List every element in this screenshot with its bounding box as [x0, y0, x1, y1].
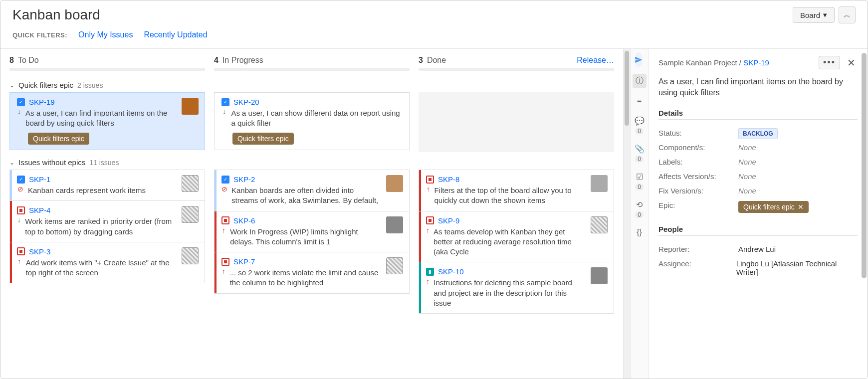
- scrollbar-thumb[interactable]: [862, 53, 867, 278]
- filter-recently-updated[interactable]: Recently Updated: [144, 30, 207, 39]
- filter-only-my-issues[interactable]: Only My Issues: [78, 30, 133, 39]
- issue-card[interactable]: SKP-6↑Work In Progress (WIP) limits high…: [214, 211, 410, 253]
- priority-icon: ↑: [426, 278, 430, 285]
- components-value[interactable]: None: [738, 143, 756, 152]
- collapse-panel-button[interactable]: ︽: [839, 6, 856, 23]
- worklog-count-badge: 0: [635, 211, 644, 218]
- more-actions-button[interactable]: •••: [819, 56, 840, 69]
- swimlane-header[interactable]: ⌄Issues without epics11 issues: [9, 155, 614, 170]
- dev-tab-icon[interactable]: {}: [635, 227, 645, 237]
- task-icon: ✓: [221, 176, 229, 184]
- priority-icon: ↓: [221, 108, 227, 115]
- column-name: To Do: [18, 56, 39, 65]
- assignee-avatar[interactable]: [591, 216, 608, 233]
- issue-card[interactable]: SKP-8↑Filters at the top of the board al…: [419, 170, 614, 211]
- remove-epic-icon[interactable]: ✕: [798, 203, 804, 211]
- issue-key-link[interactable]: SKP-19: [743, 58, 769, 67]
- worklog-tab-icon[interactable]: ⟲: [635, 199, 645, 209]
- priority-icon: ↑: [426, 227, 430, 234]
- issue-summary: ... so 2 work items violate the limit an…: [230, 268, 381, 288]
- issue-card[interactable]: ▮SKP-10↑Instructions for deleting this s…: [419, 262, 614, 314]
- issue-key[interactable]: SKP-4: [29, 206, 50, 214]
- attachments-tab-icon[interactable]: 📎: [635, 144, 645, 154]
- detail-scrollbar[interactable]: [862, 53, 867, 375]
- fix-version-value[interactable]: None: [738, 187, 756, 195]
- issue-card[interactable]: SKP-9↑As teams develop with Kanban they …: [419, 211, 614, 263]
- column-bar: [214, 68, 410, 71]
- issue-key[interactable]: SKP-20: [233, 98, 259, 106]
- issue-key[interactable]: SKP-10: [438, 267, 464, 276]
- details-tab-icon[interactable]: ⓘ: [633, 74, 647, 88]
- issue-key[interactable]: SKP-6: [233, 216, 255, 225]
- issue-card[interactable]: ✓SKP-2⊘Kanban boards are often divided i…: [214, 170, 410, 211]
- issue-summary: Kanban cards represent work items: [28, 186, 146, 195]
- assignee-avatar[interactable]: [386, 257, 403, 274]
- release-link[interactable]: Release…: [577, 56, 614, 65]
- issue-key[interactable]: SKP-3: [29, 247, 50, 256]
- subtasks-tab-icon[interactable]: ☑: [635, 172, 645, 182]
- details-section-title: Details: [658, 109, 858, 120]
- column-name: In Progress: [222, 56, 263, 65]
- column-header-todo[interactable]: 8 To Do: [9, 56, 205, 65]
- close-panel-button[interactable]: ✕: [845, 57, 858, 69]
- board-scrollbar[interactable]: [623, 49, 630, 379]
- issue-key[interactable]: SKP-7: [233, 257, 255, 266]
- issue-card[interactable]: ✓SKP-19↓As a user, I can find important …: [9, 92, 205, 150]
- chevron-down-icon: ⌄: [9, 159, 14, 166]
- assignee-value[interactable]: Lingbo Lu [Atlassian Technical Writer]: [736, 259, 858, 276]
- column-header-in-progress[interactable]: 4 In Progress: [214, 56, 410, 65]
- comments-tab-icon[interactable]: 💬: [635, 116, 645, 126]
- issue-card[interactable]: ✓SKP-1⊘Kanban cards represent work items: [9, 170, 205, 201]
- empty-drop-zone[interactable]: [419, 92, 614, 152]
- issue-key[interactable]: SKP-19: [29, 98, 55, 106]
- swimlane-count: 11 issues: [89, 159, 119, 167]
- issue-card[interactable]: ✓SKP-20↓As a user, I can show different …: [214, 92, 410, 150]
- quick-filters-label: QUICK FILTERS:: [12, 31, 67, 39]
- reporter-value[interactable]: Andrew Lui: [738, 245, 776, 253]
- labels-value[interactable]: None: [738, 158, 756, 166]
- breadcrumb: Sample Kanban Project / SKP-19: [658, 58, 814, 67]
- issue-summary: Kanban boards are often divided into str…: [231, 186, 381, 206]
- task-icon: ✓: [221, 98, 229, 106]
- assignee-avatar[interactable]: [591, 175, 608, 192]
- affects-version-value[interactable]: None: [738, 172, 756, 181]
- page-title: Kanban board: [12, 7, 100, 23]
- assignee-avatar[interactable]: [386, 216, 403, 233]
- issue-key[interactable]: SKP-9: [438, 216, 459, 225]
- swimlane-header[interactable]: ⌄Quick filters epic2 issues: [9, 78, 614, 92]
- assignee-avatar[interactable]: [182, 247, 199, 264]
- status-label: Status:: [658, 129, 738, 137]
- project-name[interactable]: Sample Kanban Project: [658, 58, 737, 67]
- fix-version-label: Fix Version/s:: [658, 187, 738, 195]
- issue-key[interactable]: SKP-2: [233, 175, 255, 184]
- issue-key[interactable]: SKP-8: [438, 175, 459, 184]
- description-tab-icon[interactable]: ≡: [635, 97, 645, 107]
- epic-badge[interactable]: Quick filters epic: [232, 133, 294, 145]
- issue-card[interactable]: SKP-7↑... so 2 work items violate the li…: [214, 252, 410, 294]
- issue-summary: Instructions for deleting this sample bo…: [434, 278, 586, 308]
- epic-badge[interactable]: Quick filters epic: [28, 133, 89, 145]
- epic-badge[interactable]: Quick filters epic✕: [738, 201, 809, 213]
- issue-card[interactable]: SKP-4↓Work items are ranked in priority …: [9, 201, 205, 242]
- priority-icon: ⊘: [17, 186, 24, 192]
- project-avatar-icon[interactable]: [635, 55, 645, 65]
- issue-card[interactable]: SKP-3↑Add work items with "+ Create Issu…: [9, 242, 205, 284]
- assignee-avatar[interactable]: [182, 175, 199, 192]
- assignee-avatar[interactable]: [386, 175, 403, 192]
- issue-summary: Add work items with "+ Create Issue" at …: [26, 258, 177, 278]
- priority-icon: ↓: [17, 108, 21, 115]
- status-badge[interactable]: BACKLOG: [738, 128, 778, 139]
- scrollbar-thumb[interactable]: [625, 51, 629, 126]
- bug-icon: [221, 258, 229, 266]
- board-dropdown[interactable]: Board ▾: [793, 7, 835, 23]
- assignee-avatar[interactable]: [182, 98, 199, 115]
- story-icon: ▮: [426, 268, 434, 276]
- assignee-avatar[interactable]: [591, 267, 608, 284]
- column-header-done[interactable]: 3 Done Release…: [419, 56, 614, 65]
- bug-icon: [426, 216, 434, 224]
- board-dropdown-label: Board: [800, 11, 820, 19]
- bug-icon: [221, 216, 229, 224]
- assignee-avatar[interactable]: [182, 206, 199, 223]
- issue-key[interactable]: SKP-1: [29, 175, 50, 184]
- column-bar: [9, 68, 205, 71]
